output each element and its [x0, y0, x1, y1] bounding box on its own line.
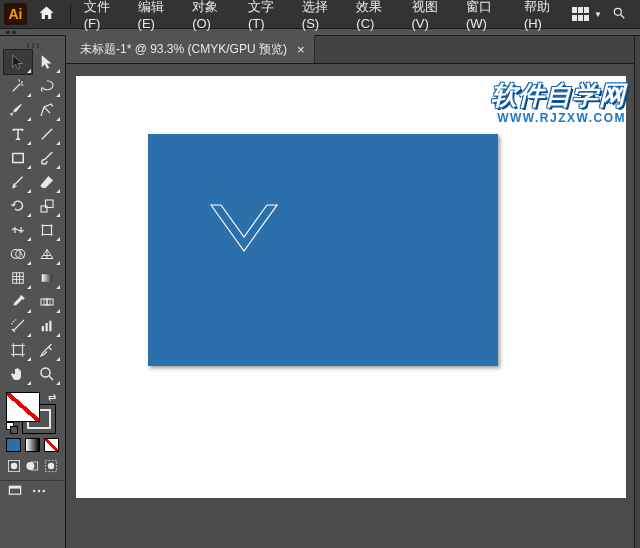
- draw-mode-row: [0, 458, 65, 474]
- canvas-background: [76, 76, 626, 498]
- svg-rect-13: [13, 273, 24, 284]
- svg-point-28: [11, 463, 17, 469]
- eraser-tool[interactable]: [33, 170, 61, 194]
- svg-point-36: [38, 490, 40, 492]
- paintbrush-tool[interactable]: [33, 146, 61, 170]
- svg-rect-24: [14, 346, 23, 355]
- svg-point-10: [50, 233, 52, 235]
- rotate-tool[interactable]: [4, 194, 32, 218]
- svg-rect-14: [41, 274, 52, 282]
- search-icon: [612, 6, 626, 20]
- svg-point-18: [13, 321, 15, 323]
- svg-rect-34: [9, 486, 20, 488]
- fill-stroke-indicator[interactable]: ⇄: [6, 392, 56, 436]
- document-area: 未标题-1* @ 93.3% (CMYK/GPU 预览) × 软件自学网 WWW…: [66, 36, 634, 548]
- symbol-sprayer-tool[interactable]: [4, 314, 32, 338]
- draw-behind[interactable]: [24, 458, 40, 474]
- menu-view[interactable]: 视图(V): [405, 0, 460, 35]
- document-tab-bar: 未标题-1* @ 93.3% (CMYK/GPU 预览) ×: [66, 36, 634, 64]
- svg-line-1: [621, 14, 625, 18]
- svg-point-29: [27, 462, 35, 470]
- svg-rect-4: [41, 206, 47, 212]
- menu-items: 文件(F) 编辑(E) 对象(O) 文字(T) 选择(S) 效果(C) 视图(V…: [77, 0, 572, 35]
- home-icon[interactable]: [37, 4, 56, 24]
- artboard[interactable]: [148, 134, 498, 366]
- menu-object[interactable]: 对象(O): [185, 0, 241, 35]
- artwork-v-outline[interactable]: [209, 203, 279, 263]
- svg-point-19: [15, 319, 17, 321]
- svg-point-20: [11, 323, 13, 325]
- workspace-icon: [572, 7, 590, 21]
- workspace-switcher[interactable]: ▼: [572, 7, 602, 21]
- scale-tool[interactable]: [33, 194, 61, 218]
- shape-builder-tool[interactable]: [4, 242, 32, 266]
- fill-swatch[interactable]: [6, 392, 40, 422]
- direct-selection-tool[interactable]: [33, 50, 61, 74]
- svg-line-26: [49, 376, 53, 380]
- free-transform-tool[interactable]: [33, 218, 61, 242]
- svg-rect-3: [13, 154, 24, 163]
- fill-mode-color[interactable]: [6, 438, 21, 452]
- svg-point-9: [41, 233, 43, 235]
- document-tab[interactable]: 未标题-1* @ 93.3% (CMYK/GPU 预览) ×: [66, 35, 315, 63]
- edit-toolbar-button[interactable]: [30, 483, 48, 499]
- fill-mode-none[interactable]: [44, 438, 59, 452]
- magic-wand-tool[interactable]: [4, 74, 32, 98]
- right-panels-collapsed[interactable]: [634, 36, 640, 548]
- svg-point-0: [614, 8, 621, 15]
- close-tab-button[interactable]: ×: [297, 42, 305, 57]
- app-logo: Ai: [4, 3, 27, 25]
- column-graph-tool[interactable]: [33, 314, 61, 338]
- selection-tool[interactable]: [4, 50, 32, 74]
- canvas-viewport[interactable]: [66, 64, 634, 548]
- tools-panel: ⇄: [0, 36, 66, 548]
- type-tool[interactable]: [4, 122, 32, 146]
- svg-point-7: [41, 224, 43, 226]
- svg-point-32: [48, 463, 54, 469]
- mesh-tool[interactable]: [4, 266, 32, 290]
- divider: [70, 4, 71, 24]
- draw-inside[interactable]: [43, 458, 59, 474]
- menu-effect[interactable]: 效果(C): [349, 0, 404, 35]
- default-fill-stroke-icon[interactable]: [6, 422, 20, 436]
- search-button[interactable]: [612, 6, 626, 23]
- hand-tool[interactable]: [4, 362, 32, 386]
- width-tool[interactable]: [4, 218, 32, 242]
- draw-normal[interactable]: [6, 458, 22, 474]
- lasso-tool[interactable]: [33, 74, 61, 98]
- line-segment-tool[interactable]: [33, 122, 61, 146]
- blend-tool[interactable]: [33, 290, 61, 314]
- document-tab-title: 未标题-1* @ 93.3% (CMYK/GPU 预览): [80, 41, 287, 58]
- panel-grip[interactable]: [0, 40, 65, 50]
- svg-rect-6: [42, 226, 51, 235]
- rectangle-tool[interactable]: [4, 146, 32, 170]
- svg-point-8: [50, 224, 52, 226]
- svg-point-35: [33, 490, 35, 492]
- menu-select[interactable]: 选择(S): [295, 0, 350, 35]
- swap-fill-stroke-icon[interactable]: ⇄: [48, 392, 56, 403]
- perspective-grid-tool[interactable]: [33, 242, 61, 266]
- curvature-tool[interactable]: [33, 98, 61, 122]
- fill-mode-gradient[interactable]: [25, 438, 40, 452]
- menu-help[interactable]: 帮助(H): [517, 0, 572, 35]
- menu-window[interactable]: 窗口(W): [459, 0, 517, 35]
- artboard-tool[interactable]: [4, 338, 32, 362]
- gradient-tool[interactable]: [33, 266, 61, 290]
- menu-file[interactable]: 文件(F): [77, 0, 131, 35]
- menu-bar: Ai 文件(F) 编辑(E) 对象(O) 文字(T) 选择(S) 效果(C) 视…: [0, 0, 640, 28]
- svg-rect-22: [45, 323, 47, 331]
- svg-rect-23: [49, 321, 51, 332]
- zoom-tool[interactable]: [33, 362, 61, 386]
- menu-edit[interactable]: 编辑(E): [131, 0, 186, 35]
- chevron-down-icon: ▼: [594, 10, 602, 19]
- menu-type[interactable]: 文字(T): [241, 0, 295, 35]
- screen-mode-row: [0, 480, 65, 501]
- shaper-tool[interactable]: [4, 170, 32, 194]
- slice-tool[interactable]: [33, 338, 61, 362]
- eyedropper-tool[interactable]: [4, 290, 32, 314]
- fill-mode-row: [0, 438, 65, 452]
- pen-tool[interactable]: [4, 98, 32, 122]
- screen-mode[interactable]: [6, 483, 24, 499]
- svg-rect-21: [41, 326, 43, 331]
- svg-point-25: [41, 368, 50, 377]
